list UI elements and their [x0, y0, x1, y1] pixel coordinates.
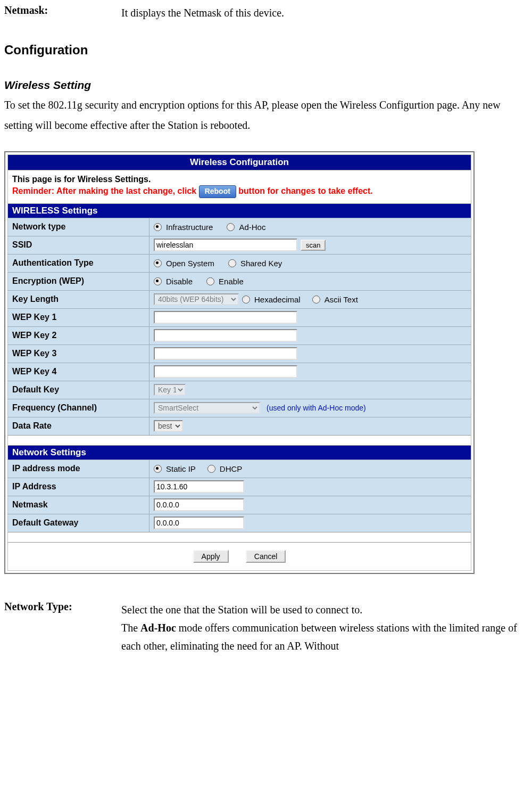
wep-key-1-input[interactable] — [154, 311, 297, 324]
wireless-config-screenshot: Wireless Configuration This page is for … — [4, 151, 475, 574]
data-rate-select[interactable]: best — [154, 420, 183, 432]
key-length-select[interactable]: 40bits (WEP 64bits) — [154, 293, 239, 305]
network-type-description: Select the one that the Station will be … — [121, 601, 520, 655]
row-auth-type: Authentication Type Open System Shared K… — [8, 254, 471, 272]
default-gateway-input[interactable] — [154, 516, 244, 529]
network-type-label: Network Type: — [4, 601, 121, 655]
row-default-key: Default Key Key 1 — [8, 381, 471, 399]
section-gap — [8, 435, 471, 445]
netmask-description: It displays the Netmask of this device. — [121, 4, 520, 21]
radio-wep-enable[interactable] — [206, 277, 214, 285]
radio-hex[interactable] — [242, 296, 250, 304]
cancel-button[interactable]: Cancel — [246, 550, 286, 563]
row-frequency: Frequency (Channel) SmartSelect (used on… — [8, 399, 471, 417]
row-ip-mode: IP address mode Static IP DHCP — [8, 460, 471, 478]
ssid-input[interactable] — [154, 239, 297, 251]
reminder-line2: Reminder: After making the last change, … — [12, 185, 467, 198]
intro-paragraph: To set the 802.11g security and encrypti… — [4, 95, 520, 135]
default-key-select[interactable]: Key 1 — [154, 384, 186, 396]
radio-adhoc[interactable] — [227, 223, 235, 231]
ip-address-input[interactable] — [154, 480, 244, 493]
row-wep1: WEP Key 1 — [8, 308, 471, 326]
row-wep3: WEP Key 3 — [8, 345, 471, 363]
row-wep2: WEP Key 2 — [8, 326, 471, 345]
reboot-button[interactable]: Reboot — [199, 185, 236, 198]
row-data-rate: Data Rate best — [8, 417, 471, 435]
row-ip-address: IP Address — [8, 478, 471, 496]
wep-key-4-input[interactable] — [154, 365, 297, 378]
wep-key-3-input[interactable] — [154, 347, 297, 360]
reminder-line1: This page is for Wireless Settings. — [12, 174, 467, 185]
radio-static-ip[interactable] — [154, 465, 162, 473]
frequency-note: (used only with Ad-Hoc mode) — [267, 404, 366, 412]
wireless-setting-heading: Wireless Setting — [4, 79, 520, 92]
radio-ascii[interactable] — [312, 296, 320, 304]
network-type-definition: Network Type: Select the one that the St… — [4, 601, 520, 655]
row-default-gateway: Default Gateway — [8, 514, 471, 532]
radio-dhcp[interactable] — [207, 465, 215, 473]
network-settings-section: Network Settings — [8, 445, 471, 460]
section-gap-2 — [8, 532, 471, 542]
radio-open-system[interactable] — [154, 259, 162, 267]
netmask-input[interactable] — [154, 498, 244, 511]
row-network-type: Network type Infrastructure Ad-Hoc — [8, 218, 471, 236]
row-encryption: Encryption (WEP) Disable Enable — [8, 272, 471, 290]
scan-button[interactable]: scan — [301, 240, 326, 251]
netmask-label: Netmask: — [4, 4, 121, 21]
apply-button[interactable]: Apply — [193, 550, 229, 563]
wireless-config-title: Wireless Configuration — [8, 155, 471, 170]
apply-cancel-row: Apply Cancel — [8, 542, 471, 570]
row-key-length: Key Length 40bits (WEP 64bits) Hexadecim… — [8, 290, 471, 308]
netmask-definition: Netmask: It displays the Netmask of this… — [4, 4, 520, 21]
row-netmask: Netmask — [8, 496, 471, 514]
configuration-heading: Configuration — [4, 43, 520, 58]
reminder-box: This page is for Wireless Settings. Remi… — [8, 170, 471, 203]
row-wep4: WEP Key 4 — [8, 363, 471, 381]
radio-infrastructure[interactable] — [154, 223, 162, 231]
row-ssid: SSID scan — [8, 236, 471, 254]
radio-shared-key[interactable] — [228, 259, 236, 267]
wep-key-2-input[interactable] — [154, 329, 297, 342]
radio-wep-disable[interactable] — [154, 277, 162, 285]
frequency-select[interactable]: SmartSelect — [154, 402, 260, 414]
wireless-settings-section: WIRELESS Settings — [8, 203, 471, 218]
